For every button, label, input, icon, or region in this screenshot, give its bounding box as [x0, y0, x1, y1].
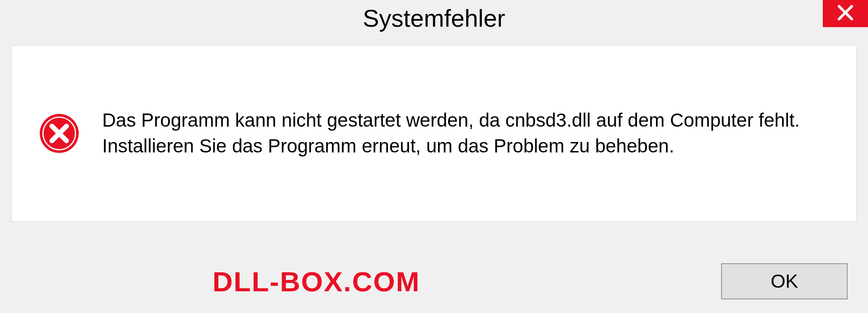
error-icon [39, 113, 80, 154]
close-button[interactable] [823, 0, 868, 27]
ok-button[interactable]: OK [721, 263, 848, 299]
dialog-footer: DLL-BOX.COM OK [0, 263, 868, 299]
watermark-text: DLL-BOX.COM [212, 266, 420, 298]
error-dialog: Systemfehler Das Programm kann nicht ges… [0, 0, 868, 313]
close-icon [836, 4, 854, 24]
titlebar: Systemfehler [0, 0, 868, 36]
content-panel: Das Programm kann nicht gestartet werden… [11, 45, 857, 222]
dialog-title: Systemfehler [363, 4, 505, 32]
error-message: Das Programm kann nicht gestartet werden… [102, 108, 829, 159]
